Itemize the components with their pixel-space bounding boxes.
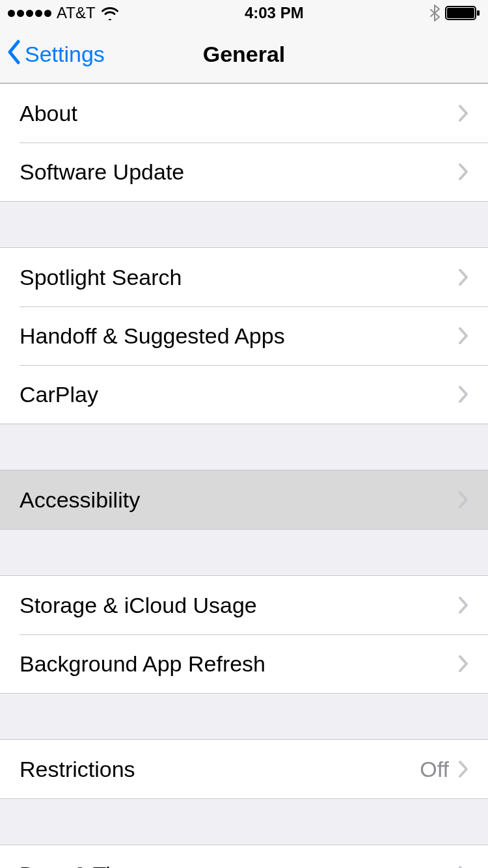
chevron-right-icon [458, 865, 468, 868]
wifi-icon [101, 6, 119, 20]
group-spacer [0, 530, 488, 575]
group-spacer [0, 694, 488, 739]
row-accessibility[interactable]: Accessibility [0, 470, 488, 529]
row-software-update[interactable]: Software Update [0, 142, 488, 201]
signal-strength-icon [8, 10, 51, 17]
settings-list[interactable]: AboutSoftware UpdateSpotlight SearchHand… [0, 83, 488, 868]
status-right [429, 5, 480, 21]
row-label: About [20, 101, 458, 126]
chevron-right-icon [458, 104, 468, 122]
row-label: Background App Refresh [20, 651, 458, 677]
row-label: Restrictions [20, 757, 420, 782]
svg-rect-2 [477, 10, 480, 16]
row-date-time[interactable]: Date & Time [0, 845, 488, 868]
status-time: 4:03 PM [245, 4, 304, 22]
row-storage[interactable]: Storage & iCloud Usage [0, 576, 488, 634]
row-value: Off [420, 757, 449, 782]
bluetooth-icon [429, 5, 440, 21]
chevron-left-icon [7, 40, 21, 70]
row-background-refresh[interactable]: Background App Refresh [0, 634, 488, 693]
row-label: Handoff & Suggested Apps [20, 323, 458, 349]
row-label: Accessibility [20, 487, 458, 513]
carrier-label: AT&T [57, 4, 96, 22]
svg-rect-1 [447, 8, 474, 18]
chevron-right-icon [458, 385, 468, 403]
row-label: Software Update [20, 159, 458, 185]
group-spacer [0, 424, 488, 470]
chevron-right-icon [458, 268, 468, 286]
chevron-right-icon [458, 760, 468, 778]
page-title: General [203, 42, 286, 67]
settings-group: Accessibility [0, 470, 488, 530]
status-left: AT&T [8, 4, 119, 22]
settings-group: Date & Time [0, 845, 488, 868]
back-button[interactable]: Settings [7, 40, 105, 70]
row-spotlight-search[interactable]: Spotlight Search [0, 248, 488, 306]
back-label: Settings [25, 42, 105, 67]
settings-group: Spotlight SearchHandoff & Suggested Apps… [0, 247, 488, 424]
row-restrictions[interactable]: RestrictionsOff [0, 740, 488, 798]
status-bar: AT&T 4:03 PM [0, 0, 488, 26]
nav-bar: Settings General [0, 26, 488, 83]
row-label: Spotlight Search [20, 265, 458, 290]
row-about[interactable]: About [0, 84, 488, 142]
chevron-right-icon [458, 596, 468, 614]
settings-group: AboutSoftware Update [0, 83, 488, 202]
chevron-right-icon [458, 163, 468, 181]
row-handoff[interactable]: Handoff & Suggested Apps [0, 306, 488, 365]
group-spacer [0, 202, 488, 247]
chevron-right-icon [458, 655, 468, 673]
settings-group: Storage & iCloud UsageBackground App Ref… [0, 575, 488, 694]
chevron-right-icon [458, 327, 468, 345]
battery-icon [445, 5, 480, 21]
settings-group: RestrictionsOff [0, 739, 488, 799]
chevron-right-icon [458, 491, 468, 509]
row-label: Date & Time [20, 862, 458, 869]
group-spacer [0, 799, 488, 845]
row-carplay[interactable]: CarPlay [0, 365, 488, 424]
row-label: CarPlay [20, 382, 458, 407]
row-label: Storage & iCloud Usage [20, 593, 458, 618]
